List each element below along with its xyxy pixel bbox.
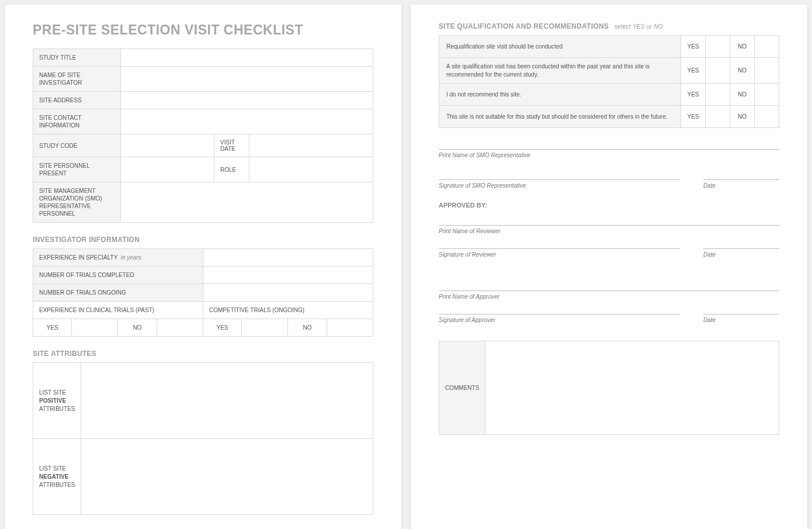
label-visit-date: VISIT DATE (214, 134, 249, 157)
label-past-yes: YES (33, 319, 72, 337)
input-q0-no[interactable] (755, 36, 779, 58)
label-competitive: COMPETITIVE TRIALS (ONGOING) (203, 302, 373, 319)
input-q2-no[interactable] (755, 84, 779, 106)
input-role[interactable] (249, 157, 373, 182)
label-role: ROLE (214, 157, 249, 182)
input-ongoing-no[interactable] (327, 319, 373, 337)
label-negative-attrs: LIST SITE NEGATIVE ATTRIBUTES (33, 439, 81, 515)
label-site-contact: SITE CONTACT INFORMATION (33, 109, 121, 134)
text-negative: NEGATIVE (39, 473, 68, 480)
label-trials-ongoing: NUMBER OF TRIALS ONGOING (33, 284, 203, 302)
label-trials-completed: NUMBER OF TRIALS COMPLETED (33, 267, 203, 284)
text-attributes-2: ATTRIBUTES (39, 482, 75, 488)
heading-qualification: SITE QUALIFICATION AND RECOMMENDATIONS s… (439, 22, 779, 30)
label-q3-yes: YES (681, 106, 706, 128)
input-q2-yes[interactable] (706, 84, 730, 106)
qual-row-2: I do not recommend this site. (439, 84, 681, 106)
comments-table: COMMENTS (439, 341, 779, 435)
label-personnel: SITE PERSONNEL PRESENT (33, 157, 121, 182)
qualification-table: Requalification site visit should be con… (439, 35, 779, 128)
label-ongoing-yes: YES (203, 319, 241, 337)
input-ongoing-yes[interactable] (242, 319, 288, 337)
label-exp-specialty: EXPERIENCE IN SPECIALTY in years (33, 249, 203, 267)
text-qualification: SITE QUALIFICATION AND RECOMMENDATIONS (439, 22, 609, 30)
smo-signature-line[interactable]: Signature of SMO Representative (439, 179, 680, 189)
signature-block-smo: Print Name of SMO Representative Signatu… (439, 149, 779, 189)
label-positive-attrs: LIST SITE POSITIVE ATTRIBUTES (33, 363, 81, 439)
label-comments: COMMENTS (439, 341, 485, 435)
label-ongoing-no: NO (288, 319, 327, 337)
approver-signature-line[interactable]: Signature of Approver (439, 314, 680, 323)
approver-print-name-line[interactable]: Print Name of Approver (439, 291, 779, 300)
input-exp-specialty[interactable] (203, 249, 373, 267)
label-study-code: STUDY CODE (33, 134, 121, 157)
label-q2-yes: YES (681, 84, 706, 106)
label-study-title: STUDY TITLE (33, 49, 121, 67)
input-q3-no[interactable] (755, 106, 779, 128)
input-investigator[interactable] (121, 67, 373, 92)
label-q0-yes: YES (681, 36, 706, 58)
input-study-title[interactable] (121, 49, 373, 67)
text-list-site-1: LIST SITE (39, 389, 66, 396)
label-smo: SITE MANAGEMENT ORGANIZATION (SMO) REPRE… (33, 182, 121, 223)
input-past-no[interactable] (157, 319, 203, 337)
input-trials-ongoing[interactable] (203, 284, 373, 302)
input-past-yes[interactable] (72, 319, 118, 337)
text-attributes-1: ATTRIBUTES (39, 406, 75, 412)
input-q1-no[interactable] (755, 58, 779, 84)
input-personnel[interactable] (121, 157, 214, 182)
input-comments[interactable] (485, 341, 779, 435)
signature-block-approver: Print Name of Approver Signature of Appr… (439, 291, 779, 323)
reviewer-date-line[interactable]: Date (703, 248, 779, 258)
page-left: PRE-SITE SELECTION VISIT CHECKLIST STUDY… (5, 5, 401, 529)
label-exp-clinical: EXPERIENCE IN CLINICAL TRIALS (PAST) (33, 302, 203, 319)
input-smo[interactable] (121, 182, 373, 223)
label-q1-no: NO (730, 58, 755, 84)
input-q3-yes[interactable] (706, 106, 730, 128)
smo-print-name-line[interactable]: Print Name of SMO Representative (439, 149, 779, 158)
input-negative-attrs[interactable] (81, 439, 373, 515)
input-positive-attrs[interactable] (81, 363, 373, 439)
text-exp-specialty: EXPERIENCE IN SPECIALTY (39, 254, 117, 261)
label-q3-no: NO (730, 106, 755, 128)
qual-row-1: A site qualification visit has been cond… (439, 58, 681, 84)
heading-approved-by: APPROVED BY: (439, 202, 779, 209)
hint-in-years: in years (121, 254, 141, 261)
document-spread: PRE-SITE SELECTION VISIT CHECKLIST STUDY… (5, 5, 807, 529)
label-q1-yes: YES (681, 58, 706, 84)
approver-date-line[interactable]: Date (703, 314, 779, 323)
input-site-address[interactable] (121, 92, 373, 109)
page-title: PRE-SITE SELECTION VISIT CHECKLIST (33, 22, 373, 38)
investigator-table: EXPERIENCE IN SPECIALTY in years NUMBER … (33, 248, 373, 337)
smo-date-line[interactable]: Date (703, 179, 779, 189)
heading-investigator: INVESTIGATOR INFORMATION (33, 236, 373, 244)
input-trials-completed[interactable] (203, 267, 373, 284)
text-list-site-2: LIST SITE (39, 465, 66, 472)
input-q1-yes[interactable] (706, 58, 730, 84)
heading-attributes: SITE ATTRIBUTES (33, 350, 373, 358)
hint-select-yesno: select YES or NO (615, 23, 663, 30)
label-past-no: NO (118, 319, 157, 337)
qual-row-0: Requalification site visit should be con… (439, 36, 681, 58)
label-site-address: SITE ADDRESS (33, 92, 121, 109)
label-q0-no: NO (730, 36, 755, 58)
signature-block-reviewer: Print Name of Reviewer Signature of Revi… (439, 225, 779, 258)
input-study-code[interactable] (121, 134, 214, 157)
reviewer-print-name-line[interactable]: Print Name of Reviewer (439, 225, 779, 234)
input-visit-date[interactable] (249, 134, 373, 157)
attributes-table: LIST SITE POSITIVE ATTRIBUTES LIST SITE … (33, 362, 373, 515)
text-positive: POSITIVE (39, 397, 66, 404)
input-q0-yes[interactable] (706, 36, 730, 58)
page-right: SITE QUALIFICATION AND RECOMMENDATIONS s… (411, 5, 807, 529)
reviewer-signature-line[interactable]: Signature of Reviewer (439, 248, 680, 258)
label-investigator: NAME OF SITE INVESTIGATOR (33, 67, 121, 92)
qual-row-3: This site is not suitable for this study… (439, 106, 681, 128)
label-q2-no: NO (730, 84, 755, 106)
input-site-contact[interactable] (121, 109, 373, 134)
header-table: STUDY TITLE NAME OF SITE INVESTIGATOR SI… (33, 49, 373, 223)
